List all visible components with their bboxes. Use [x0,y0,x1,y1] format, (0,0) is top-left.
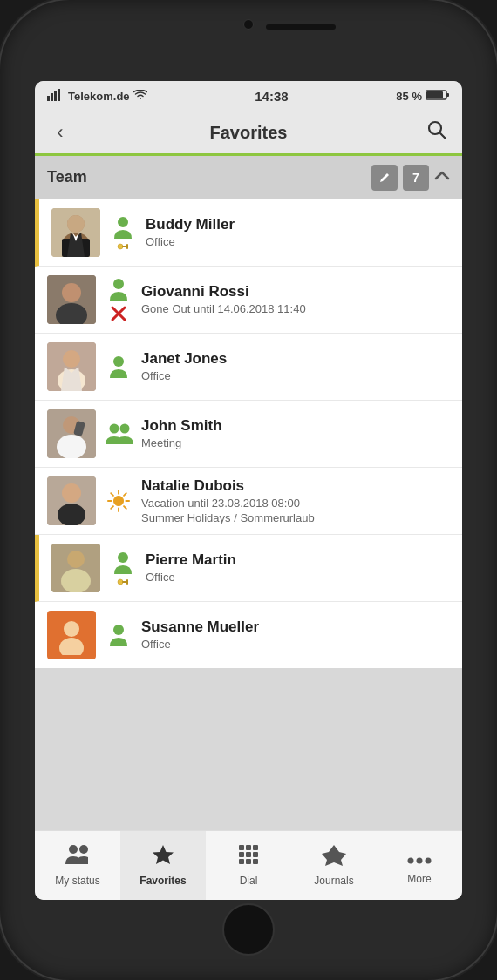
svg-point-37 [120,423,130,433]
svg-point-75 [417,858,423,864]
status-icon-area [107,214,139,251]
svg-line-8 [440,133,446,139]
tab-dial-label: Dial [240,875,258,887]
contact-status: Office [146,571,450,584]
svg-point-17 [118,217,128,227]
svg-rect-20 [126,244,128,249]
contact-status: Office [141,369,450,382]
contact-status: Meeting [141,436,450,449]
svg-point-60 [113,625,124,635]
contact-info: Janet Jones Office [141,350,450,382]
journals-icon [322,843,346,871]
svg-rect-69 [253,852,258,857]
edit-button[interactable] [371,165,398,191]
camera [243,19,254,30]
svg-rect-5 [426,91,443,98]
svg-line-47 [124,506,126,509]
tab-favorites[interactable]: Favorites [120,831,206,900]
svg-point-76 [426,858,432,864]
svg-marker-63 [153,845,174,864]
svg-rect-70 [239,859,244,864]
status-icon-area [103,276,134,323]
svg-point-51 [67,551,85,568]
svg-rect-3 [58,89,60,101]
contact-item[interactable]: Janet Jones Office [35,334,462,401]
section-title: Team [47,168,87,186]
svg-rect-2 [54,91,57,101]
svg-line-48 [124,493,126,496]
back-button[interactable]: ‹ [47,121,73,144]
svg-rect-65 [246,845,251,850]
svg-point-62 [79,845,88,854]
section-controls: 7 [371,165,450,191]
svg-point-24 [113,279,124,289]
contact-name: Natalie Dubois [141,477,450,495]
svg-rect-72 [253,859,258,864]
avatar [47,476,96,525]
tab-journals-label: Journals [314,875,353,887]
speaker [266,24,336,30]
current-time: 14:38 [255,89,288,104]
svg-point-40 [58,504,85,525]
svg-point-34 [57,435,86,458]
svg-point-22 [62,283,81,302]
contact-item[interactable]: John Smith Meeting [35,401,462,468]
contact-name: Susanne Mueller [141,618,450,636]
svg-point-31 [113,356,124,367]
tab-my-status[interactable]: My status [35,831,120,900]
carrier-name: Telekom.de [68,90,130,103]
home-button[interactable] [222,903,275,956]
contact-item[interactable]: Susanne Mueller Office [35,602,462,668]
contact-info: Giovanni Rossi Gone Out until 14.06.2018… [141,283,450,315]
svg-point-61 [69,845,78,854]
tab-my-status-label: My status [55,875,99,887]
svg-line-49 [111,506,113,509]
contact-status: Office [146,235,450,248]
search-button[interactable] [424,120,450,145]
svg-point-16 [67,215,85,233]
svg-point-74 [408,858,414,864]
contact-item[interactable]: Pierre Martin Office [35,535,462,602]
svg-marker-73 [322,845,346,866]
svg-rect-67 [239,852,244,857]
status-left: Telekom.de [47,89,147,104]
contact-status: Vacation until 23.08.2018 08:00 [141,497,450,510]
svg-rect-64 [239,845,244,850]
contact-item[interactable]: Giovanni Rossi Gone Out until 14.06.2018… [35,267,462,334]
contact-name: John Smith [141,417,450,435]
content-area: Team 7 [35,156,462,830]
battery-text: 85 % [396,90,422,103]
more-icon [407,845,432,869]
status-icon-area [103,622,134,648]
collapse-button[interactable] [434,168,450,186]
avatar [47,409,96,458]
contact-name: Buddy Miller [146,216,450,233]
contact-info: Buddy Miller Office [146,216,450,248]
svg-rect-66 [253,845,258,850]
contact-item[interactable]: Natalie Dubois Vacation until 23.08.2018… [35,468,462,535]
contact-list: Buddy Miller Office [35,199,462,668]
dial-icon [237,843,260,871]
contact-name: Janet Jones [141,350,450,368]
my-status-icon [65,843,91,871]
avatar [47,342,96,391]
status-bar: Telekom.de 14:38 85 % [35,81,462,112]
svg-point-28 [63,350,80,368]
tab-more-label: More [407,873,431,885]
svg-line-46 [111,493,113,496]
header: ‹ Favorites [35,112,462,156]
contact-info: Pierre Martin Office [146,551,450,584]
tab-dial[interactable]: Dial [206,831,291,900]
contact-item[interactable]: Buddy Miller Office [35,199,462,267]
status-icon-area [103,354,134,380]
svg-rect-68 [246,852,251,857]
phone-frame: Telekom.de 14:38 85 % [0,0,497,980]
contact-status-line2: Summer Holidays / Sommerurlaub [141,511,450,524]
contact-status: Gone Out until 14.06.2018 11:40 [141,302,450,315]
svg-point-53 [118,552,128,563]
tab-journals[interactable]: Journals [291,831,377,900]
status-icon-area [107,550,139,586]
tab-more[interactable]: More [377,831,462,900]
count-badge: 7 [403,165,429,191]
tab-favorites-label: Favorites [140,875,186,887]
